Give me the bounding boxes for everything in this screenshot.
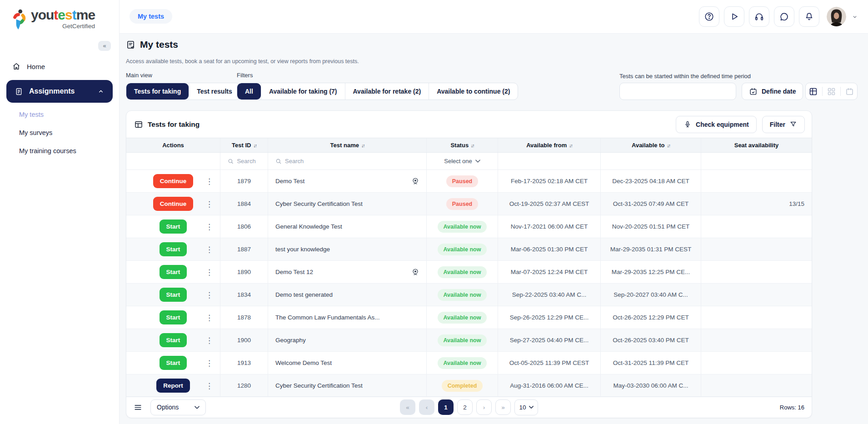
table-row: Start ⋮ 1806 General Knowledge Test Avai… bbox=[126, 215, 812, 238]
sidebar-item-assignments[interactable]: Assignments bbox=[6, 80, 113, 103]
support-button[interactable] bbox=[749, 6, 769, 27]
table-body: Continue ⋮ 1879 Demo Test Paused Feb-17-… bbox=[126, 170, 812, 397]
actions-cell: Start ⋮ bbox=[126, 215, 220, 238]
sort-icon[interactable]: ↓↑ bbox=[253, 143, 256, 148]
define-date-button[interactable]: Define date bbox=[742, 83, 803, 100]
seat-availability-cell bbox=[701, 329, 812, 351]
table-search-row: Select one bbox=[126, 153, 812, 170]
kebab-menu-icon[interactable]: ⋮ bbox=[205, 177, 213, 186]
date-period-input[interactable] bbox=[619, 83, 736, 100]
sidebar-item-my-training-courses[interactable]: My training courses bbox=[0, 142, 119, 160]
next-page-button[interactable]: › bbox=[476, 399, 492, 415]
status-badge: Available now bbox=[438, 266, 487, 278]
user-avatar[interactable] bbox=[827, 7, 846, 26]
row-action-button[interactable]: Continue bbox=[153, 197, 194, 211]
row-action-button[interactable]: Continue bbox=[153, 174, 194, 188]
row-action-button[interactable]: Report bbox=[156, 379, 190, 393]
chevron-down-icon[interactable] bbox=[852, 14, 858, 20]
status-filter-select[interactable]: Select one bbox=[444, 158, 480, 165]
available-from-cell: Oct-05-2025 11:39 PM CEST bbox=[498, 352, 601, 374]
menu-icon[interactable] bbox=[134, 403, 142, 412]
main-view-tabs: Tests for taking Test results bbox=[126, 83, 240, 100]
tab-test-results[interactable]: Test results bbox=[189, 83, 240, 100]
avatar-image bbox=[827, 7, 846, 26]
rows-count: Rows: 16 bbox=[780, 404, 804, 411]
grid-view-icon[interactable] bbox=[827, 87, 836, 96]
kebab-menu-icon[interactable]: ⋮ bbox=[205, 222, 213, 231]
seat-availability-cell bbox=[701, 352, 812, 374]
test-id-cell: 1913 bbox=[220, 352, 268, 374]
sort-icon[interactable]: ↓↑ bbox=[667, 143, 670, 148]
row-action-button[interactable]: Start bbox=[160, 333, 187, 347]
sidebar-collapse-button[interactable]: « bbox=[98, 41, 111, 51]
kebab-menu-icon[interactable]: ⋮ bbox=[205, 200, 213, 209]
available-to-cell: Oct-31-2025 07:49 AM CET bbox=[601, 193, 701, 215]
kebab-menu-icon[interactable]: ⋮ bbox=[205, 268, 213, 277]
chevron-down-icon bbox=[475, 160, 480, 163]
options-dropdown[interactable]: Options bbox=[150, 399, 206, 415]
previous-page-button[interactable]: ‹ bbox=[419, 399, 434, 415]
document-icon bbox=[15, 87, 23, 96]
page-title: My tests bbox=[140, 39, 178, 50]
row-action-button[interactable]: Start bbox=[160, 219, 187, 234]
home-icon bbox=[12, 62, 21, 71]
first-page-button[interactable]: « bbox=[400, 399, 415, 415]
sidebar-item-my-tests[interactable]: My tests bbox=[0, 105, 119, 124]
kebab-menu-icon[interactable]: ⋮ bbox=[205, 313, 213, 322]
filter-available-for-taking[interactable]: Available for taking (7) bbox=[261, 83, 345, 100]
table-row: Start ⋮ 1834 Demo test generated Availab… bbox=[126, 284, 812, 306]
kebab-menu-icon[interactable]: ⋮ bbox=[205, 245, 213, 254]
kebab-menu-icon[interactable]: ⋮ bbox=[205, 336, 213, 345]
card-title: Tests for taking bbox=[148, 120, 200, 129]
column-header-available-from[interactable]: Available from↓↑ bbox=[498, 138, 601, 152]
test-name-search-input[interactable] bbox=[285, 158, 406, 165]
tab-tests-for-taking[interactable]: Tests for taking bbox=[126, 83, 189, 100]
page-button-1[interactable]: 1 bbox=[438, 399, 454, 415]
actions-cell: Start ⋮ bbox=[126, 306, 220, 329]
sort-icon[interactable]: ↓↑ bbox=[569, 143, 572, 148]
test-name-cell: Welcome Demo Test bbox=[268, 352, 427, 374]
status-cell: Paused bbox=[427, 193, 498, 215]
row-action-button[interactable]: Start bbox=[160, 242, 187, 256]
help-button[interactable] bbox=[699, 6, 719, 27]
row-action-button[interactable]: Start bbox=[160, 288, 187, 302]
kebab-menu-icon[interactable]: ⋮ bbox=[205, 359, 213, 368]
page-button-2[interactable]: 2 bbox=[457, 399, 473, 415]
column-header-status[interactable]: Status↓↑ bbox=[427, 138, 498, 152]
table-row: Report ⋮ 1280 Cyber Security Certificati… bbox=[126, 374, 812, 397]
breadcrumb[interactable]: My tests bbox=[130, 9, 172, 24]
column-header-available-to[interactable]: Available to↓↑ bbox=[601, 138, 701, 152]
check-equipment-button[interactable]: Check equipment bbox=[676, 116, 757, 133]
column-header-test-name[interactable]: Test name↓↑ bbox=[268, 138, 427, 152]
chevron-up-icon bbox=[97, 88, 105, 95]
actions-cell: Continue ⋮ bbox=[126, 170, 220, 192]
filter-button[interactable]: Filter bbox=[762, 116, 805, 133]
available-from-cell: Mar-07-2025 12:24 PM CET bbox=[498, 261, 601, 283]
kebab-menu-icon[interactable]: ⋮ bbox=[205, 381, 213, 390]
row-action-button[interactable]: Start bbox=[160, 265, 187, 279]
notifications-button[interactable] bbox=[799, 6, 819, 27]
pagination: « ‹ 1 2 › » 10 bbox=[400, 399, 538, 415]
status-badge: Paused bbox=[446, 175, 478, 187]
messages-button[interactable] bbox=[774, 6, 794, 27]
page-size-select[interactable]: 10 bbox=[514, 399, 538, 415]
filter-available-to-continue[interactable]: Available to continue (2) bbox=[429, 83, 518, 100]
sort-icon[interactable]: ↓↑ bbox=[471, 143, 474, 148]
row-action-button[interactable]: Start bbox=[160, 356, 187, 370]
test-id-cell: 1834 bbox=[220, 284, 268, 306]
sidebar-item-home[interactable]: Home bbox=[0, 57, 119, 75]
filter-available-for-retake[interactable]: Available for retake (2) bbox=[345, 83, 429, 100]
table-row: Start ⋮ 1913 Welcome Demo Test Available… bbox=[126, 352, 812, 374]
sort-icon[interactable]: ↓↑ bbox=[361, 143, 364, 148]
kebab-menu-icon[interactable]: ⋮ bbox=[205, 290, 213, 299]
test-id-search-input[interactable] bbox=[237, 158, 268, 165]
calendar-view-icon[interactable] bbox=[845, 87, 854, 96]
status-badge: Available now bbox=[438, 289, 487, 301]
table-view-icon[interactable] bbox=[808, 87, 818, 96]
column-header-test-id[interactable]: Test ID↓↑ bbox=[220, 138, 268, 152]
filter-all[interactable]: All bbox=[237, 83, 261, 100]
row-action-button[interactable]: Start bbox=[160, 310, 187, 324]
sidebar-item-my-surveys[interactable]: My surveys bbox=[0, 124, 119, 142]
last-page-button[interactable]: » bbox=[495, 399, 511, 415]
tutorials-button[interactable] bbox=[724, 6, 744, 27]
